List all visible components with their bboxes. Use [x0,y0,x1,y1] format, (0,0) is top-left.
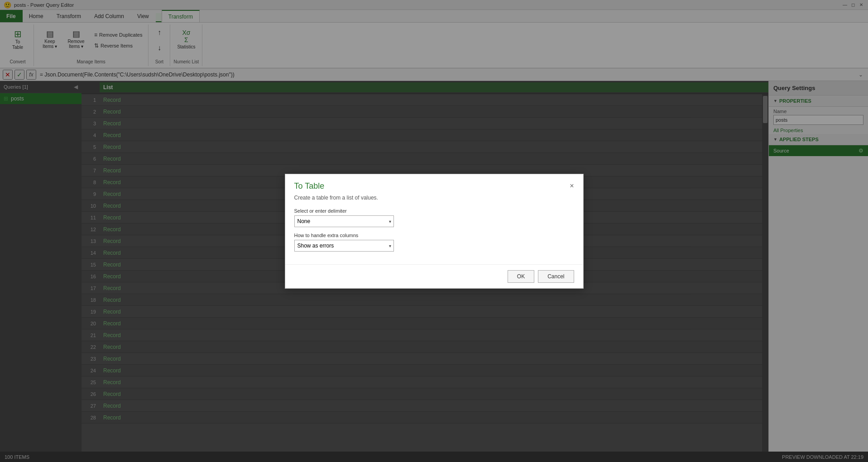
extra-columns-select-wrapper: Show as errorsIgnoreShow as extra values… [294,240,394,252]
modal-title: To Table [294,181,325,191]
to-table-modal: To Table × Create a table from a list of… [285,174,584,289]
delimiter-label: Select or enter delimiter [294,208,574,214]
ok-button[interactable]: OK [508,270,534,283]
cancel-button[interactable]: Cancel [538,270,574,283]
extra-columns-label: How to handle extra columns [294,233,574,238]
modal-body: Create a table from a list of values. Se… [285,195,583,264]
extra-columns-select[interactable]: Show as errorsIgnoreShow as extra values [294,240,394,252]
modal-overlay: To Table × Create a table from a list of… [0,0,868,462]
modal-description: Create a table from a list of values. [294,195,574,201]
modal-footer: OK Cancel [285,264,583,288]
delimiter-select-wrapper: NoneCommaTabSpaceCustom ▾ [294,215,394,227]
delimiter-select[interactable]: NoneCommaTabSpaceCustom [294,215,394,227]
modal-header: To Table × [285,174,583,195]
modal-close-button[interactable]: × [570,182,574,190]
